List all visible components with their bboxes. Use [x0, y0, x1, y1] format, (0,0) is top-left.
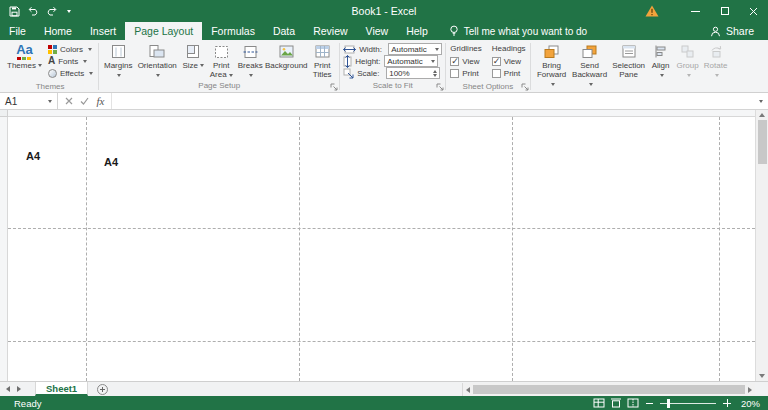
- height-combobox[interactable]: Automatic: [384, 55, 438, 67]
- zoom-slider[interactable]: [660, 403, 716, 404]
- themes-group-label: Themes: [2, 81, 98, 93]
- insert-function-button[interactable]: fx: [93, 93, 108, 109]
- tab-data[interactable]: Data: [264, 22, 304, 40]
- align-button[interactable]: Align: [648, 42, 674, 90]
- formula-input[interactable]: [112, 93, 752, 109]
- checkbox-icon[interactable]: [450, 57, 459, 66]
- scale-height-row: Height: Automatic: [343, 55, 442, 67]
- checkbox-icon[interactable]: [492, 57, 501, 66]
- scroll-down-icon[interactable]: [759, 374, 765, 378]
- page-setup-group-label: Page Setup: [99, 80, 339, 92]
- breaks-button[interactable]: Breaks: [236, 42, 264, 80]
- column-headers[interactable]: [8, 110, 755, 117]
- spinner-icon[interactable]: [433, 70, 437, 77]
- zoom-out-button[interactable]: [646, 403, 653, 404]
- next-sheet-icon[interactable]: [17, 386, 21, 392]
- headings-view-checkbox[interactable]: View: [492, 55, 526, 67]
- checkbox-icon[interactable]: [450, 69, 459, 78]
- checkbox-icon[interactable]: [492, 69, 501, 78]
- scale-icon: [343, 68, 354, 79]
- formula-bar-expand-button[interactable]: [752, 93, 768, 109]
- scroll-left-icon[interactable]: [466, 387, 470, 393]
- scale-to-fit-group: Width: Automatic Height: Automatic Scale…: [340, 41, 445, 92]
- cancel-button[interactable]: [61, 93, 76, 109]
- customize-qat-caret-icon[interactable]: [67, 10, 71, 13]
- size-button[interactable]: Size: [180, 42, 206, 80]
- minimize-button[interactable]: [681, 0, 710, 22]
- tab-page-layout[interactable]: Page Layout: [125, 22, 202, 40]
- sheet-nav-arrows: [0, 382, 27, 396]
- selection-pane-button[interactable]: Selection Pane: [610, 42, 648, 90]
- minimize-icon: [691, 11, 700, 12]
- send-backward-button[interactable]: Send Backward: [570, 42, 610, 90]
- page-break-preview-button[interactable]: [627, 398, 639, 408]
- zoom-level[interactable]: 20%: [738, 398, 760, 409]
- select-all-corner[interactable]: [0, 110, 8, 117]
- horizontal-scroll-thumb[interactable]: [473, 385, 745, 394]
- horizontal-scrollbar[interactable]: [462, 383, 755, 396]
- margins-button[interactable]: Margins: [102, 42, 134, 80]
- scroll-right-icon[interactable]: [748, 387, 752, 393]
- row-headers[interactable]: [0, 117, 8, 381]
- tab-insert[interactable]: Insert: [81, 22, 125, 40]
- headings-print-checkbox[interactable]: Print: [492, 67, 526, 79]
- headings-header: Headings: [492, 43, 526, 55]
- dropdown-caret-icon: [551, 83, 555, 86]
- scale-to-fit-dialog-launcher[interactable]: [436, 83, 444, 91]
- page-layout-view-button[interactable]: [610, 398, 622, 408]
- width-combobox[interactable]: Automatic: [388, 43, 442, 55]
- tab-view[interactable]: View: [357, 22, 398, 40]
- tab-review[interactable]: Review: [304, 22, 356, 40]
- orientation-icon: [149, 43, 165, 60]
- zoom-slider-thumb[interactable]: [667, 399, 670, 408]
- previous-sheet-icon[interactable]: [6, 386, 10, 392]
- scroll-up-icon[interactable]: [759, 113, 765, 117]
- worksheet-grid[interactable]: A4 A4: [0, 110, 755, 381]
- colors-icon: [48, 45, 57, 54]
- theme-colors-button[interactable]: Colors: [46, 43, 95, 55]
- orientation-button[interactable]: Orientation: [134, 42, 180, 80]
- ribbon-tab-row: File Home Insert Page Layout Formulas Da…: [0, 22, 768, 40]
- tab-home[interactable]: Home: [35, 22, 81, 40]
- redo-icon[interactable]: [46, 6, 58, 16]
- ribbon: Aa Themes Colors A Fonts Effects: [0, 40, 768, 93]
- themes-button[interactable]: Aa Themes: [5, 42, 44, 81]
- sheet-options-dialog-launcher[interactable]: [521, 83, 529, 91]
- scale-input[interactable]: 100%: [386, 67, 440, 79]
- theme-effects-button[interactable]: Effects: [46, 67, 95, 79]
- maximize-button[interactable]: [710, 0, 739, 22]
- share-button[interactable]: Share: [710, 22, 768, 40]
- tell-me-box[interactable]: Tell me what you want to do: [449, 22, 587, 40]
- background-button[interactable]: Background: [264, 42, 308, 80]
- save-icon[interactable]: [9, 6, 20, 17]
- page-setup-dialog-launcher[interactable]: [330, 83, 338, 91]
- x-icon: [65, 97, 73, 105]
- tab-formulas[interactable]: Formulas: [202, 22, 264, 40]
- dropdown-caret-icon: [660, 74, 664, 77]
- vertical-scroll-thumb[interactable]: [758, 120, 767, 164]
- zoom-in-button[interactable]: [723, 399, 731, 407]
- vertical-scrollbar[interactable]: [755, 110, 768, 381]
- tab-file[interactable]: File: [0, 22, 35, 40]
- close-button[interactable]: [739, 0, 768, 22]
- sheet-options-group: Gridlines View Print Headings View: [446, 41, 529, 92]
- normal-view-button[interactable]: [593, 398, 605, 408]
- undo-icon[interactable]: [27, 6, 39, 16]
- tab-help[interactable]: Help: [397, 22, 437, 40]
- scale-to-fit-group-label: Scale to Fit: [340, 80, 445, 92]
- print-area-button[interactable]: Print Area: [206, 42, 236, 80]
- quick-access-toolbar: [0, 6, 71, 17]
- alert-warning-icon[interactable]: [645, 5, 659, 17]
- name-box[interactable]: A1: [0, 93, 58, 109]
- new-sheet-button[interactable]: [97, 384, 108, 395]
- enter-button[interactable]: [77, 93, 92, 109]
- bring-forward-button[interactable]: Bring Forward: [534, 42, 570, 90]
- theme-fonts-button[interactable]: A Fonts: [46, 55, 95, 67]
- print-titles-button[interactable]: Print Titles: [308, 42, 336, 80]
- lightbulb-icon: [449, 25, 459, 37]
- sheet-tab-sheet1[interactable]: Sheet1: [35, 382, 88, 396]
- gridlines-print-checkbox[interactable]: Print: [450, 67, 482, 79]
- tell-me-label: Tell me what you want to do: [464, 26, 587, 37]
- dropdown-caret-icon: [435, 48, 439, 51]
- gridlines-view-checkbox[interactable]: View: [450, 55, 482, 67]
